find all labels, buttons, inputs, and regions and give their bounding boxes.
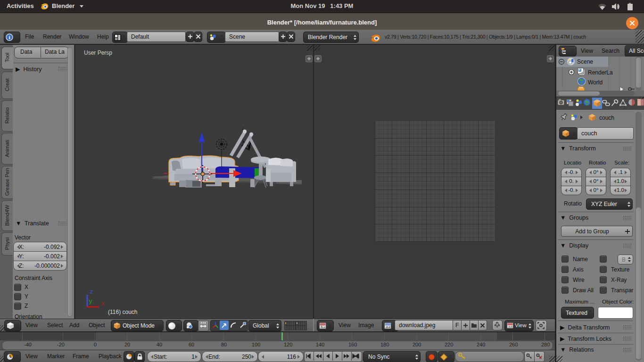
svg-text:z: z <box>90 288 93 296</box>
svg-text:x: x <box>101 300 105 307</box>
svg-text:y: y <box>89 298 92 305</box>
svg-text:i: i <box>8 34 10 40</box>
